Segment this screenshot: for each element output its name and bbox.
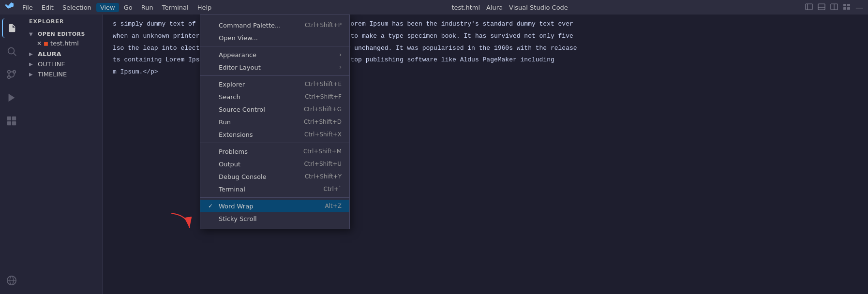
- open-editors-section: ▼ OPEN EDITORS ✕ ◼ test.html: [23, 29, 103, 49]
- problems-shortcut: Ctrl+Shift+M: [303, 148, 342, 155]
- layout-sidebar-icon[interactable]: [804, 2, 814, 13]
- menu-problems[interactable]: Problems Ctrl+Shift+M: [200, 145, 349, 158]
- word-wrap-check-icon: ✓: [208, 203, 216, 209]
- open-editors-label: OPEN EDITORS: [38, 31, 85, 37]
- menu-output[interactable]: Output Ctrl+Shift+U: [200, 158, 349, 170]
- timeline-label: TIMELINE: [38, 71, 67, 78]
- debug-console-left: Debug Console: [208, 173, 267, 180]
- extensions-left: Extensions: [208, 131, 253, 138]
- menu-editor-layout[interactable]: Editor Layout ›: [200, 61, 349, 74]
- vscode-logo-icon: [5, 2, 14, 13]
- html-file-icon: ◼: [44, 40, 48, 47]
- menu-command-palette[interactable]: Command Palette... Ctrl+Shift+P: [200, 19, 349, 31]
- chevron-right-icon: ▶: [29, 51, 36, 57]
- appearance-left: Appearance: [208, 51, 256, 59]
- window-title: test.html - Alura - Visual Studio Code: [451, 4, 568, 11]
- menu-section-3: Explorer Ctrl+Shift+E Search Ctrl+Shift+…: [200, 76, 349, 143]
- sidebar-item-outline[interactable]: ▶ OUTLINE: [23, 59, 103, 69]
- terminal-label: Terminal: [219, 186, 245, 193]
- menu-open-view[interactable]: Open View...: [200, 31, 349, 44]
- red-arrow-annotation: [166, 208, 195, 237]
- svg-rect-18: [7, 121, 11, 125]
- terminal-left: Terminal: [208, 186, 245, 193]
- word-wrap-shortcut: Alt+Z: [325, 203, 342, 209]
- run-left: Run: [208, 118, 231, 126]
- sticky-scroll-left: Sticky Scroll: [208, 215, 257, 222]
- view-dropdown-menu: Command Palette... Ctrl+Shift+P Open Vie…: [200, 15, 350, 229]
- menu-run[interactable]: Run Ctrl+Shift+D: [200, 116, 349, 128]
- chevron-right-icon-3: ▶: [29, 72, 36, 77]
- output-shortcut: Ctrl+Shift+U: [304, 161, 342, 167]
- source-control-shortcut: Ctrl+Shift+G: [304, 106, 342, 113]
- menu-run[interactable]: Run: [137, 3, 157, 12]
- title-bar: File Edit Selection View Go Run Terminal…: [0, 0, 868, 15]
- search-shortcut: Ctrl+Shift+F: [305, 93, 342, 100]
- command-palette-label: Command Palette...: [219, 22, 281, 29]
- svg-rect-6: [843, 4, 846, 6]
- sticky-scroll-label: Sticky Scroll: [219, 215, 257, 222]
- sidebar-item-alura[interactable]: ▶ ALURA: [23, 49, 103, 59]
- menu-sticky-scroll[interactable]: Sticky Scroll: [200, 212, 349, 225]
- command-palette-left: Command Palette...: [208, 22, 281, 29]
- run-label: Run: [219, 118, 231, 126]
- extensions-label: Extensions: [219, 131, 253, 138]
- close-file-icon[interactable]: ✕: [37, 40, 42, 47]
- menu-search[interactable]: Search Ctrl+Shift+F: [200, 90, 349, 103]
- word-wrap-label: Word Wrap: [219, 203, 253, 210]
- menu-go[interactable]: Go: [120, 3, 136, 12]
- svg-point-10: [8, 48, 15, 54]
- chevron-right-icon-2: ▶: [29, 61, 36, 67]
- editor-layout-arrow: ›: [339, 64, 342, 71]
- appearance-arrow: ›: [339, 51, 342, 58]
- menu-selection[interactable]: Selection: [59, 3, 95, 12]
- terminal-shortcut: Ctrl+`: [324, 186, 342, 192]
- menu-explorer[interactable]: Explorer Ctrl+Shift+E: [200, 78, 349, 90]
- svg-rect-17: [12, 117, 16, 120]
- sidebar-item-open-editors[interactable]: ▼ OPEN EDITORS: [23, 29, 103, 39]
- word-wrap-left: ✓ Word Wrap: [208, 203, 253, 210]
- file-name-label: test.html: [50, 40, 79, 47]
- menu-section-2: Appearance › Editor Layout ›: [200, 46, 349, 76]
- menu-debug-console[interactable]: Debug Console Ctrl+Shift+Y: [200, 170, 349, 183]
- open-view-label: Open View...: [219, 34, 258, 42]
- outline-label: OUTLINE: [38, 60, 65, 68]
- search-label: Search: [219, 93, 240, 101]
- menu-section-4: Problems Ctrl+Shift+M Output Ctrl+Shift+…: [200, 143, 349, 198]
- appearance-label: Appearance: [219, 51, 256, 59]
- explorer-shortcut: Ctrl+Shift+E: [305, 81, 342, 88]
- activity-search[interactable]: [2, 42, 21, 61]
- activity-remote-explorer[interactable]: [2, 271, 21, 290]
- menu-section-1: Command Palette... Ctrl+Shift+P Open Vie…: [200, 17, 349, 46]
- extensions-shortcut: Ctrl+Shift+X: [304, 131, 342, 138]
- activity-extensions[interactable]: [2, 111, 21, 131]
- layout-panel-icon[interactable]: [817, 2, 826, 13]
- activity-explorer[interactable]: [2, 18, 21, 38]
- title-bar-left: File Edit Selection View Go Run Terminal…: [5, 2, 215, 13]
- menu-terminal[interactable]: Terminal Ctrl+`: [200, 183, 349, 195]
- source-control-left: Source Control: [208, 106, 265, 113]
- activity-source-control[interactable]: [2, 65, 21, 84]
- command-palette-shortcut: Ctrl+Shift+P: [305, 22, 342, 29]
- menu-extensions[interactable]: Extensions Ctrl+Shift+X: [200, 128, 349, 141]
- sidebar: EXPLORER ▼ OPEN EDITORS ✕ ◼ test.html ▶ …: [23, 15, 103, 294]
- sidebar-item-timeline[interactable]: ▶ TIMELINE: [23, 69, 103, 79]
- layout-grid-icon[interactable]: [842, 2, 852, 13]
- menu-file[interactable]: File: [18, 3, 37, 12]
- menu-appearance[interactable]: Appearance ›: [200, 48, 349, 61]
- debug-console-shortcut: Ctrl+Shift+Y: [305, 173, 342, 180]
- svg-marker-15: [9, 94, 15, 102]
- editor-container: s simply dummy text of the printing and …: [103, 15, 868, 294]
- minimize-button[interactable]: —: [855, 3, 863, 12]
- activity-run-debug[interactable]: [2, 88, 21, 107]
- layout-split-icon[interactable]: [829, 2, 839, 13]
- menu-help[interactable]: Help: [194, 3, 216, 12]
- menu-edit[interactable]: Edit: [38, 3, 58, 12]
- editor-layout-left: Editor Layout: [208, 64, 261, 71]
- menu-view[interactable]: View: [96, 3, 119, 12]
- menu-terminal[interactable]: Terminal: [158, 3, 193, 12]
- file-item-test-html[interactable]: ✕ ◼ test.html: [23, 39, 103, 48]
- source-control-label: Source Control: [219, 106, 265, 113]
- menu-word-wrap[interactable]: ✓ Word Wrap Alt+Z: [200, 200, 349, 212]
- menu-source-control[interactable]: Source Control Ctrl+Shift+G: [200, 103, 349, 116]
- menu-section-5: ✓ Word Wrap Alt+Z Sticky Scroll: [200, 198, 349, 227]
